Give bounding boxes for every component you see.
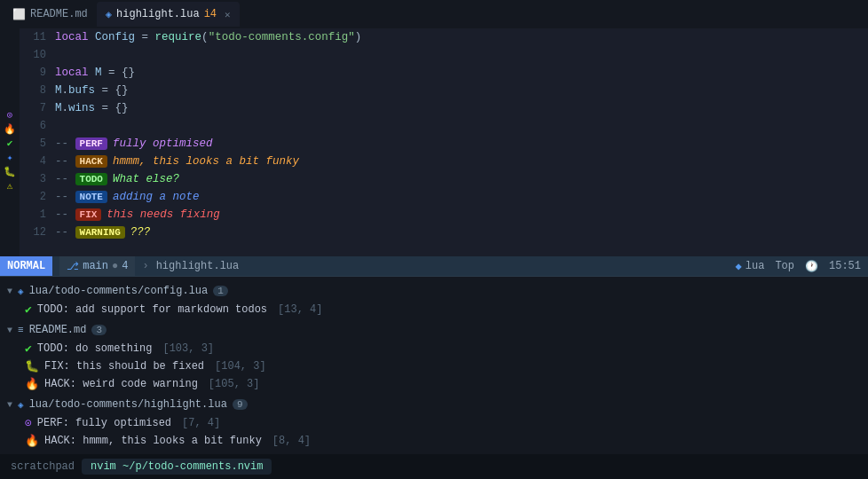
- status-lang: ◆ lua: [736, 260, 765, 273]
- result-item-1-1[interactable]: ✔ TODO: add support for markdown todos […: [0, 301, 868, 318]
- result-item-2-1[interactable]: ✔ TODO: do something [103, 3]: [0, 340, 868, 357]
- result-text-3-1: PERF: fully optimised: [37, 417, 171, 429]
- branch-name: main: [83, 260, 108, 272]
- result-text-2-3: HACK: weird code warning: [44, 378, 198, 390]
- result-group-1: ▼ ◈ lua/todo-comments/config.lua 1 ✔ TOD…: [0, 280, 868, 319]
- perf-icon-1: ⊙: [25, 416, 32, 430]
- result-group-1-count: 1: [213, 286, 228, 296]
- result-group-3-header[interactable]: ▼ ◈ lua/todo-comments/highlight.lua 9: [0, 395, 868, 414]
- code-line-6: 6: [20, 117, 868, 135]
- sidebar-signs: ⊙ 🔥 ✔ ✦ 🐛 ⚠: [0, 28, 20, 256]
- result-group-3-file: lua/todo-comments/highlight.lua: [29, 398, 227, 411]
- main-content: ⊙ 🔥 ✔ ✦ 🐛 ⚠ 11 local Config = require("t…: [0, 28, 868, 256]
- sign-fix: 🐛: [4, 166, 16, 177]
- code-func-blank: [20, 241, 868, 256]
- lua-icon: ◈: [106, 8, 112, 21]
- sign-hack: 🔥: [4, 123, 16, 135]
- result-item-3-2[interactable]: 🔥 HACK: hmmm, this looks a bit funky [8,…: [0, 432, 868, 450]
- result-coords-2-1: [103, 3]: [162, 342, 214, 355]
- result-item-2-2[interactable]: 🐛 FIX: this should be fixed [104, 3]: [0, 357, 868, 375]
- result-group-1-header[interactable]: ▼ ◈ lua/todo-comments/config.lua 1: [0, 281, 868, 301]
- lua-dot-icon: ◆: [736, 260, 742, 273]
- code-line-10: 10: [20, 46, 868, 64]
- result-group-2-header[interactable]: ▼ ≡ README.md 3: [0, 320, 868, 340]
- status-right: ◆ lua Top 🕐 15:51: [736, 260, 861, 273]
- result-coords-2-2: [104, 3]: [215, 360, 266, 373]
- code-line-5: 5 -- PERFfully optimised: [20, 135, 868, 153]
- lua-file-1-icon: ◈: [18, 286, 24, 297]
- commit-num: 4: [122, 260, 128, 272]
- code-line-12: 12 -- WARNING???: [20, 224, 868, 241]
- status-branch: ⎇ main ● 4: [59, 256, 135, 276]
- result-text-2-2: FIX: this should be fixed: [44, 360, 204, 373]
- sign-todo: ✔: [7, 137, 13, 149]
- tab-readme[interactable]: ⬜ README.md: [4, 2, 97, 27]
- result-coords-3-1: [7, 4]: [182, 417, 220, 429]
- code-line-7: 7 M.wins = {}: [20, 99, 868, 117]
- result-coords-3-2: [8, 4]: [272, 435, 311, 447]
- chevron-2-icon: ▼: [7, 326, 12, 335]
- sign-note: ✦: [7, 152, 13, 163]
- badge-hack: HACK: [75, 155, 107, 168]
- code-line-4: 4 -- HACKhmmm, this looks a bit funky: [20, 153, 868, 170]
- result-group-2: ▼ ≡ README.md 3 ✔ TODO: do something [10…: [0, 319, 868, 394]
- todo-icon-2: ✔: [25, 342, 32, 356]
- chevron-1-icon: ▼: [7, 287, 12, 296]
- lang-label: lua: [746, 260, 765, 272]
- sign-perf: ⊙: [7, 109, 13, 121]
- code-line-8: 8 M.bufs = {}: [20, 82, 868, 99]
- clock-icon: 🕐: [805, 260, 818, 273]
- terminal-command[interactable]: nvim ~/p/todo-comments.nvim: [82, 459, 272, 475]
- status-bar: NORMAL ⎇ main ● 4 › highlight.lua ◆ lua …: [0, 256, 868, 276]
- sign-warn: ⚠: [7, 180, 13, 192]
- fix-icon-1: 🐛: [25, 359, 39, 373]
- result-item-3-1[interactable]: ⊙ PERF: fully optimised [7, 4]: [0, 414, 868, 432]
- badge-warning: WARNING: [75, 226, 125, 239]
- result-text-1-1: TODO: add support for markdown todos: [37, 303, 267, 316]
- result-group-2-file: README.md: [29, 324, 87, 336]
- md-file-icon: ≡: [18, 325, 24, 335]
- result-item-2-3[interactable]: 🔥 HACK: weird code warning [105, 3]: [0, 375, 868, 393]
- result-group-2-count: 3: [91, 325, 107, 335]
- tab-close-icon[interactable]: ✕: [225, 9, 231, 20]
- breadcrumb-separator: ›: [142, 260, 148, 272]
- md-icon: ⬜: [12, 8, 26, 21]
- result-group-3-count: 9: [233, 399, 248, 410]
- branch-icon: ⎇: [67, 260, 79, 273]
- tab-highlight-label: highlight.lua: [116, 8, 200, 20]
- tab-bar: ⬜ README.md ◈ highlight.lua i4 ✕: [0, 0, 868, 28]
- result-coords-1-1: [13, 4]: [278, 303, 322, 316]
- editor-area[interactable]: 11 local Config = require("todo-comments…: [20, 28, 868, 256]
- terminal-label: scratchpad: [11, 460, 75, 473]
- terminal-bar: scratchpad nvim ~/p/todo-comments.nvim: [0, 454, 868, 479]
- commit-count: ●: [112, 260, 118, 272]
- result-text-2-1: TODO: do something: [37, 342, 153, 355]
- tab-readme-label: README.md: [30, 8, 88, 20]
- badge-perf: PERF: [75, 137, 107, 150]
- breadcrumb-file: highlight.lua: [156, 260, 240, 272]
- code-line-2: 2 -- NOTEadding a note: [20, 188, 868, 206]
- position-label: Top: [775, 260, 794, 272]
- badge-fix: FIX: [75, 208, 102, 221]
- code-line-3: 3 -- TODOWhat else?: [20, 170, 868, 188]
- results-panel: ▼ ◈ lua/todo-comments/config.lua 1 ✔ TOD…: [0, 276, 868, 454]
- status-mode: NORMAL: [0, 256, 52, 276]
- hack-icon-2: 🔥: [25, 434, 39, 448]
- result-group-3: ▼ ◈ lua/todo-comments/highlight.lua 9 ⊙ …: [0, 394, 868, 451]
- result-coords-2-3: [105, 3]: [209, 378, 260, 390]
- lua-file-2-icon: ◈: [18, 399, 24, 411]
- result-group-1-file: lua/todo-comments/config.lua: [29, 285, 209, 297]
- tab-highlight[interactable]: ◈ highlight.lua i4 ✕: [97, 2, 240, 27]
- todo-icon-1: ✔: [25, 302, 32, 317]
- hack-icon-1: 🔥: [25, 377, 39, 391]
- code-line-11: 11 local Config = require("todo-comments…: [20, 28, 868, 46]
- time-label: 15:51: [829, 260, 861, 272]
- code-line-9: 9 local M = {}: [20, 64, 868, 82]
- tab-modified-marker: i4: [204, 8, 217, 20]
- result-text-3-2: HACK: hmmm, this looks a bit funky: [44, 435, 262, 447]
- chevron-3-icon: ▼: [7, 400, 12, 410]
- code-line-1: 1 -- FIXthis needs fixing: [20, 206, 868, 224]
- badge-todo: TODO: [75, 173, 107, 185]
- badge-note: NOTE: [75, 191, 107, 203]
